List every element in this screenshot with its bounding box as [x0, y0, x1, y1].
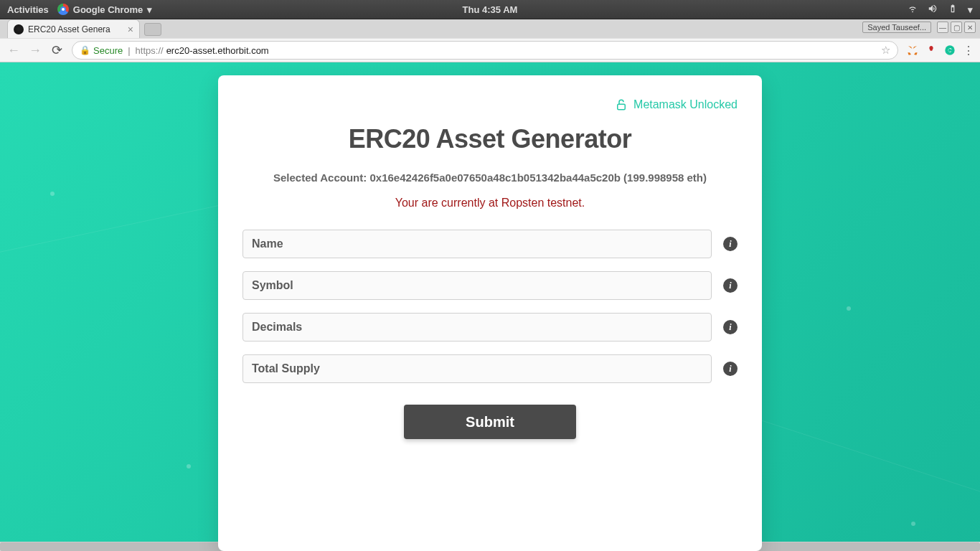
profile-badge[interactable]: Sayed Tauseef...: [862, 22, 931, 33]
svg-rect-1: [618, 104, 626, 110]
reload-button[interactable]: ⟳: [50, 42, 63, 58]
maximize-button[interactable]: ▢: [951, 22, 962, 33]
chrome-icon: [57, 4, 69, 15]
page-title: ERC20 Asset Generator: [242, 124, 738, 154]
page-viewport: Metamask Unlocked ERC20 Asset Generator …: [0, 62, 980, 551]
metamask-status-label: Metamask Unlocked: [633, 98, 738, 111]
extension-icon[interactable]: [925, 44, 937, 56]
metamask-status: Metamask Unlocked: [242, 98, 738, 111]
selected-account: Selected Account: 0x16e42426f5a0e07650a4…: [242, 171, 738, 184]
tab-strip: ERC20 Asset Genera × Sayed Tauseef... — …: [0, 19, 980, 38]
url-input[interactable]: 🔒 Secure | https://erc20-asset.ethorbit.…: [72, 41, 898, 60]
chevron-down-icon[interactable]: ▾: [968, 4, 973, 15]
forward-button[interactable]: →: [29, 43, 42, 58]
app-name-label: Google Chrome: [73, 4, 143, 15]
clock[interactable]: Thu 4:35 AM: [463, 4, 518, 15]
battery-icon[interactable]: [948, 4, 958, 16]
generator-card: Metamask Unlocked ERC20 Asset Generator …: [218, 75, 762, 551]
info-icon[interactable]: i: [723, 362, 738, 376]
bookmark-star-icon[interactable]: ☆: [881, 44, 890, 57]
total-supply-input[interactable]: [242, 354, 712, 383]
svg-point-0: [945, 45, 954, 55]
app-switcher[interactable]: Google Chrome ▾: [57, 4, 153, 15]
info-icon[interactable]: i: [723, 237, 738, 251]
close-window-button[interactable]: ✕: [964, 22, 976, 33]
decimals-input[interactable]: [242, 313, 712, 342]
back-button[interactable]: ←: [7, 43, 20, 58]
window-controls: — ▢ ✕: [937, 22, 976, 33]
tab-title: ERC20 Asset Genera: [28, 24, 125, 34]
grammarly-extension-icon[interactable]: [944, 44, 956, 56]
url-protocol: https://: [136, 45, 164, 56]
submit-button[interactable]: Submit: [404, 405, 576, 439]
name-input[interactable]: [242, 230, 712, 258]
browser-menu-button[interactable]: ⋮: [963, 44, 973, 57]
network-warning: Your are currently at Ropsten testnet.: [242, 197, 738, 209]
close-tab-button[interactable]: ×: [128, 24, 133, 35]
address-bar: ← → ⟳ 🔒 Secure | https://erc20-asset.eth…: [0, 38, 980, 62]
url-host: erc20-asset.ethorbit.com: [166, 45, 269, 56]
metamask-extension-icon[interactable]: [907, 44, 918, 56]
secure-label: Secure: [93, 45, 123, 56]
info-icon[interactable]: i: [723, 278, 738, 293]
browser-tab[interactable]: ERC20 Asset Genera ×: [7, 19, 140, 38]
unlock-icon: [615, 98, 628, 111]
favicon: [14, 24, 24, 34]
minimize-button[interactable]: —: [937, 22, 948, 33]
chevron-down-icon: ▾: [147, 4, 152, 15]
activities-button[interactable]: Activities: [7, 4, 49, 15]
lock-icon: 🔒: [80, 45, 90, 55]
symbol-input[interactable]: [242, 271, 712, 300]
wifi-icon[interactable]: [908, 4, 918, 16]
new-tab-button[interactable]: [144, 23, 161, 36]
os-top-bar: Activities Google Chrome ▾ Thu 4:35 AM ▾: [0, 0, 980, 19]
info-icon[interactable]: i: [723, 320, 738, 334]
volume-icon[interactable]: [928, 4, 938, 16]
